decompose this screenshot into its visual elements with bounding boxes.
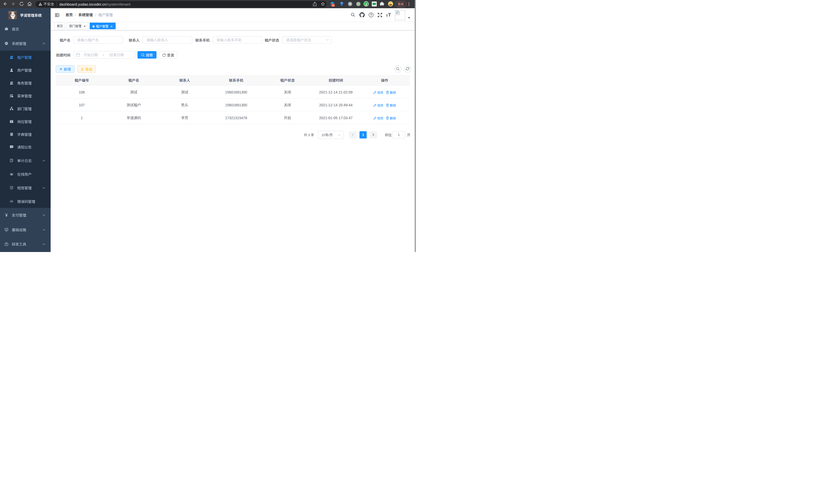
svg-text:?: ? <box>370 13 372 17</box>
svg-text:⌘: ⌘ <box>349 2 351 5</box>
svg-text:y: y <box>365 2 367 6</box>
